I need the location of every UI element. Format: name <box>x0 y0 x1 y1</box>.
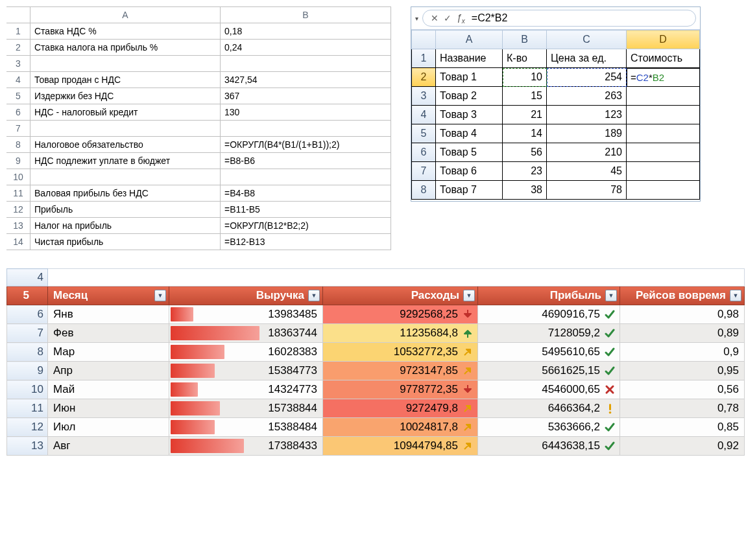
goods-worksheet[interactable]: A B C D 1НазваниеК-воЦена за ед.Стоимост… <box>411 30 700 200</box>
cell[interactable] <box>221 169 391 185</box>
cell[interactable] <box>48 269 745 286</box>
monthly-report-table[interactable]: 4 5 Месяц▼ Выручка▼ Расходы▼ Прибыль▼ Ре… <box>6 268 745 456</box>
cell[interactable]: 210 <box>547 143 627 162</box>
cell[interactable]: Товар 6 <box>436 162 503 181</box>
filter-dropdown-icon[interactable]: ▼ <box>605 290 617 301</box>
cell-referenced[interactable]: 10 <box>503 68 547 87</box>
cell-revenue[interactable]: 18363744 <box>169 324 323 343</box>
col-header-B[interactable]: B <box>503 30 547 49</box>
col-header-D[interactable]: D <box>627 30 700 49</box>
cell[interactable]: 78 <box>547 181 627 200</box>
row-header[interactable]: 4 <box>7 269 48 286</box>
fx-icon[interactable]: ƒx <box>457 12 465 25</box>
cell-month[interactable]: Фев <box>48 324 169 343</box>
cell[interactable]: 21 <box>503 106 547 124</box>
cell-expenses[interactable]: 10532772,35 <box>323 343 478 362</box>
cell[interactable] <box>30 56 221 72</box>
cell-ontime[interactable]: 0,78 <box>620 399 745 418</box>
cell[interactable] <box>627 143 700 162</box>
cell[interactable] <box>627 106 700 124</box>
cell-month[interactable]: Июн <box>48 399 169 418</box>
cell-revenue[interactable]: 15738844 <box>169 399 323 418</box>
cell[interactable]: 14 <box>503 124 547 143</box>
row-header[interactable]: 3 <box>412 87 436 106</box>
cell-month[interactable]: Июл <box>48 418 169 437</box>
cell-expenses[interactable]: 10024817,8 <box>323 418 478 437</box>
filter-dropdown-icon[interactable]: ▼ <box>154 290 166 301</box>
cell[interactable]: Валовая прибыль без НДС <box>30 185 221 202</box>
cell[interactable]: 23 <box>503 162 547 181</box>
cell[interactable]: =B8-B6 <box>221 153 391 169</box>
cell[interactable]: 123 <box>547 106 627 124</box>
cell[interactable]: Чистая прибыль <box>30 234 221 250</box>
cell[interactable]: Товар 3 <box>436 106 503 124</box>
cell-revenue[interactable]: 15384773 <box>169 362 323 380</box>
cell[interactable]: Товар 4 <box>436 124 503 143</box>
cell[interactable]: 3427,54 <box>221 72 391 88</box>
col-header-C[interactable]: C <box>547 30 627 49</box>
cell-expenses[interactable]: 9723147,85 <box>323 362 478 380</box>
row-header[interactable]: 10 <box>6 169 30 185</box>
row-header[interactable]: 5 <box>7 286 48 305</box>
cell-profit[interactable]: 6443638,15 <box>478 437 620 456</box>
col-header-expenses[interactable]: Расходы▼ <box>323 286 478 305</box>
row-header[interactable]: 6 <box>6 104 30 121</box>
cell[interactable] <box>221 121 391 137</box>
row-header[interactable]: 7 <box>6 121 30 137</box>
cell-revenue[interactable]: 17388433 <box>169 437 323 456</box>
cell[interactable] <box>221 56 391 72</box>
formula-input[interactable] <box>470 12 688 25</box>
row-header[interactable]: 13 <box>7 437 48 456</box>
cell[interactable]: 56 <box>503 143 547 162</box>
cell-ontime[interactable]: 0,9 <box>620 343 745 362</box>
row-header[interactable]: 8 <box>6 137 30 153</box>
cell[interactable]: Прибыль <box>30 202 221 218</box>
cell-editing[interactable]: =C2*B2 <box>627 68 700 87</box>
cell[interactable]: =ОКРУГЛ(B12*B2;2) <box>221 218 391 234</box>
col-header-revenue[interactable]: Выручка▼ <box>169 286 323 305</box>
cell[interactable]: Ставка налога на прибыль % <box>30 40 221 56</box>
cell[interactable]: Ставка НДС % <box>30 23 221 40</box>
cell-profit[interactable]: 6466364,2 <box>478 399 620 418</box>
cell-profit[interactable]: 5363666,2 <box>478 418 620 437</box>
cell[interactable]: 130 <box>221 104 391 121</box>
cell[interactable]: Стоимость <box>627 49 700 68</box>
cell[interactable]: =ОКРУГЛ(B4*(B1/(1+B1));2) <box>221 137 391 153</box>
nds-worksheet[interactable]: A B 1Ставка НДС %0,182Ставка налога на п… <box>6 6 391 250</box>
cell[interactable]: 38 <box>503 181 547 200</box>
cell[interactable] <box>627 162 700 181</box>
row-header[interactable]: 2 <box>412 68 436 87</box>
cell[interactable]: Налог на прибыль <box>30 218 221 234</box>
cell-month[interactable]: Мар <box>48 343 169 362</box>
cell-profit[interactable]: 7128059,2 <box>478 324 620 343</box>
cell[interactable]: Издержки без НДС <box>30 88 221 104</box>
accept-formula-icon[interactable]: ✓ <box>444 13 451 23</box>
cell[interactable]: 15 <box>503 87 547 106</box>
cell[interactable]: =B4-B8 <box>221 185 391 202</box>
cell[interactable]: Товар продан с НДС <box>30 72 221 88</box>
cell[interactable]: =B11-B5 <box>221 202 391 218</box>
cell-expenses[interactable]: 9272479,8 <box>323 399 478 418</box>
cell[interactable]: НДС - налоговый кредит <box>30 104 221 121</box>
cell[interactable] <box>30 121 221 137</box>
row-header[interactable]: 1 <box>6 23 30 40</box>
cell-month[interactable]: Янв <box>48 305 169 324</box>
row-header[interactable]: 12 <box>7 418 48 437</box>
cell-profit[interactable]: 4690916,75 <box>478 305 620 324</box>
cell[interactable] <box>627 124 700 143</box>
col-header-ontime[interactable]: Рейсов вовремя▼ <box>620 286 745 305</box>
cell[interactable] <box>627 181 700 200</box>
col-header-month[interactable]: Месяц▼ <box>48 286 169 305</box>
cell-profit[interactable]: 5495610,65 <box>478 343 620 362</box>
cell-profit[interactable]: 4546000,65 <box>478 380 620 399</box>
cell-ontime[interactable]: 0,56 <box>620 380 745 399</box>
cell-revenue[interactable]: 13983485 <box>169 305 323 324</box>
namebox-dropdown-icon[interactable]: ▾ <box>415 15 418 22</box>
row-header[interactable]: 8 <box>7 343 48 362</box>
cell-referenced[interactable]: 254 <box>547 68 627 87</box>
cell-ontime[interactable]: 0,98 <box>620 305 745 324</box>
row-header[interactable]: 14 <box>6 234 30 250</box>
cell-month[interactable]: Апр <box>48 362 169 380</box>
cell[interactable]: 0,24 <box>221 40 391 56</box>
filter-dropdown-icon[interactable]: ▼ <box>463 290 475 301</box>
